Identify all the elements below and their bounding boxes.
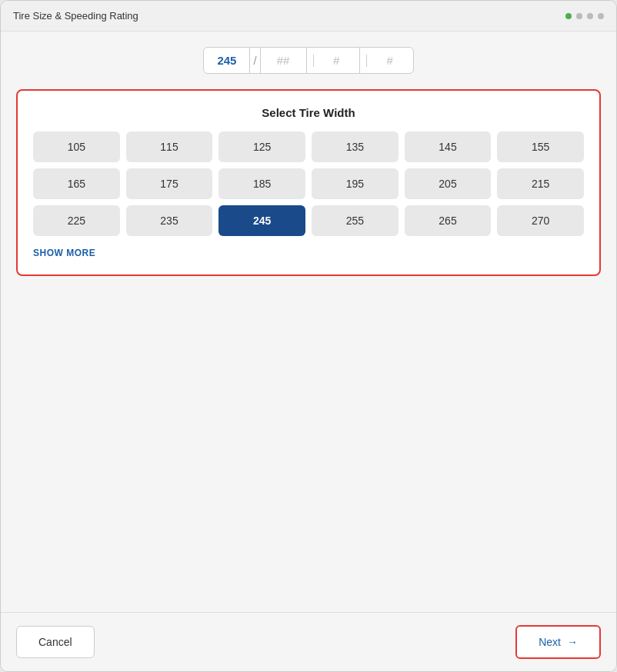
window-dots <box>565 13 604 19</box>
breadcrumb-divider-2 <box>307 55 314 67</box>
content-area: 245 / ## # # Select Tire Width 105115125… <box>1 32 616 612</box>
option-btn-125[interactable]: 125 <box>218 131 305 162</box>
panel-title: Select Tire Width <box>33 106 584 119</box>
option-btn-235[interactable]: 235 <box>126 205 213 236</box>
selection-panel: Select Tire Width 1051151251351451551651… <box>16 89 601 276</box>
option-btn-265[interactable]: 265 <box>405 205 492 236</box>
breadcrumb-selected: 245 <box>204 48 250 73</box>
dot-active <box>565 13 572 19</box>
option-btn-115[interactable]: 115 <box>126 131 213 162</box>
breadcrumb-placeholder-3: # <box>367 48 413 73</box>
option-btn-135[interactable]: 135 <box>312 131 399 162</box>
option-btn-165[interactable]: 165 <box>33 168 120 199</box>
next-label: Next <box>539 636 561 648</box>
option-btn-255[interactable]: 255 <box>312 205 399 236</box>
cancel-button[interactable]: Cancel <box>16 626 95 658</box>
window-title: Tire Size & Speeding Rating <box>13 10 138 22</box>
dot-inactive-2 <box>587 13 593 19</box>
option-btn-195[interactable]: 195 <box>312 168 399 199</box>
show-more-link[interactable]: SHOW MORE <box>33 248 95 258</box>
option-btn-155[interactable]: 155 <box>497 131 584 162</box>
breadcrumb-placeholder-2: # <box>314 48 360 73</box>
dot-inactive-1 <box>576 13 582 19</box>
next-button[interactable]: Next → <box>515 625 601 659</box>
breadcrumb-divider-3 <box>360 55 367 67</box>
option-btn-215[interactable]: 215 <box>497 168 584 199</box>
next-arrow-icon: → <box>567 636 578 648</box>
breadcrumb: 245 / ## # # <box>203 47 413 74</box>
option-btn-245[interactable]: 245 <box>218 205 305 236</box>
title-bar: Tire Size & Speeding Rating <box>1 1 616 32</box>
breadcrumb-divider: / <box>250 48 260 73</box>
main-window: Tire Size & Speeding Rating 245 / ## # #… <box>0 0 617 672</box>
option-btn-105[interactable]: 105 <box>33 131 120 162</box>
option-btn-205[interactable]: 205 <box>405 168 492 199</box>
option-btn-175[interactable]: 175 <box>126 168 213 199</box>
breadcrumb-placeholder-1: ## <box>261 48 307 73</box>
footer: Cancel Next → <box>1 612 616 671</box>
option-btn-185[interactable]: 185 <box>218 168 305 199</box>
option-btn-225[interactable]: 225 <box>33 205 120 236</box>
option-btn-270[interactable]: 270 <box>497 205 584 236</box>
option-btn-145[interactable]: 145 <box>405 131 492 162</box>
options-grid: 1051151251351451551651751851952052152252… <box>33 131 584 236</box>
dot-inactive-3 <box>598 13 604 19</box>
